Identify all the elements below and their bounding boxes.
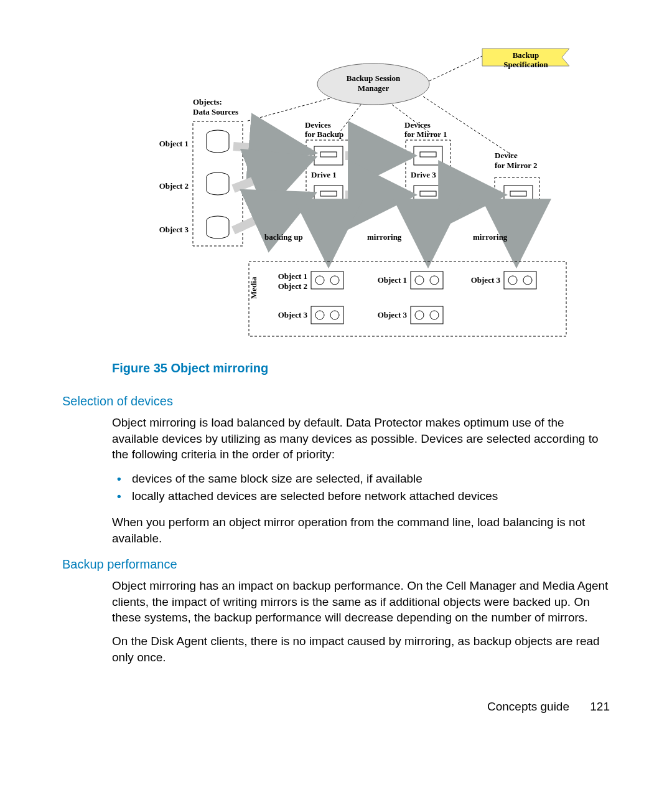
svg-text:Object 3: Object 3 [378,310,408,319]
section-heading-selection: Selection of devices [62,394,610,408]
svg-text:for Backup: for Backup [305,130,343,139]
figure-caption: Figure 35 Object mirroring [112,361,610,375]
svg-rect-70 [411,306,443,324]
svg-text:Object 1: Object 1 [159,139,189,148]
svg-rect-18 [314,146,343,165]
svg-text:Specification: Specification [503,60,548,69]
svg-text:Devices: Devices [404,120,431,130]
svg-text:Media: Media [249,276,258,299]
svg-rect-29 [414,146,442,165]
svg-text:for Mirror 1: for Mirror 1 [404,130,447,139]
footer-page-number: 121 [590,700,610,713]
svg-text:Drive 3: Drive 3 [411,170,436,179]
svg-text:backing up: backing up [264,232,303,242]
svg-line-43 [233,159,311,189]
svg-text:Object 1: Object 1 [278,271,307,281]
svg-rect-62 [311,306,343,324]
section-heading-performance: Backup performance [62,557,610,572]
performance-p2: On the Disk Agent clients, there is no i… [112,633,610,665]
svg-line-44 [233,195,311,230]
svg-rect-39 [504,186,533,204]
svg-text:Drive 1: Drive 1 [311,170,337,179]
svg-line-42 [233,146,311,153]
selection-p1: Object mirroring is load balanced by def… [112,415,610,463]
object-mirroring-diagram: .bold { font: bold 13px 'Times New Roman… [112,37,610,351]
svg-text:Manager: Manager [358,83,390,93]
svg-rect-58 [311,271,343,289]
svg-text:Drive 4: Drive 4 [411,209,436,219]
svg-rect-74 [504,271,536,289]
svg-text:Object 2: Object 2 [159,181,189,191]
bullet-item: devices of the same block size are selec… [129,470,610,488]
svg-text:Devices: Devices [305,120,331,130]
page-footer: Concepts guide 121 [487,700,610,714]
svg-text:Object 3: Object 3 [159,225,189,234]
svg-text:Backup: Backup [513,50,539,60]
svg-text:mirroring: mirroring [473,232,508,242]
svg-text:Data Sources: Data Sources [193,107,238,116]
svg-text:Drive 2: Drive 2 [311,209,337,219]
performance-p1: Object mirroring has an impact on backup… [112,578,610,626]
svg-rect-66 [411,271,443,289]
svg-text:Object 2: Object 2 [278,281,307,291]
footer-doc-title: Concepts guide [487,700,569,713]
bullet-item: locally attached devices are selected be… [129,488,610,506]
selection-p2: When you perform an object mirror operat… [112,514,610,546]
svg-text:Backup Session: Backup Session [347,73,401,83]
selection-bullets: devices of the same block size are selec… [112,470,610,506]
svg-text:Object 3: Object 3 [471,275,501,285]
svg-text:Objects:: Objects: [193,97,222,106]
svg-text:mirroring: mirroring [367,232,402,242]
svg-text:Object 1: Object 1 [378,275,407,285]
svg-text:Object 3: Object 3 [278,310,308,319]
svg-rect-32 [414,186,442,204]
svg-text:Device: Device [495,151,518,160]
svg-rect-21 [314,186,343,204]
svg-text:for Mirror 2: for Mirror 2 [495,161,538,170]
